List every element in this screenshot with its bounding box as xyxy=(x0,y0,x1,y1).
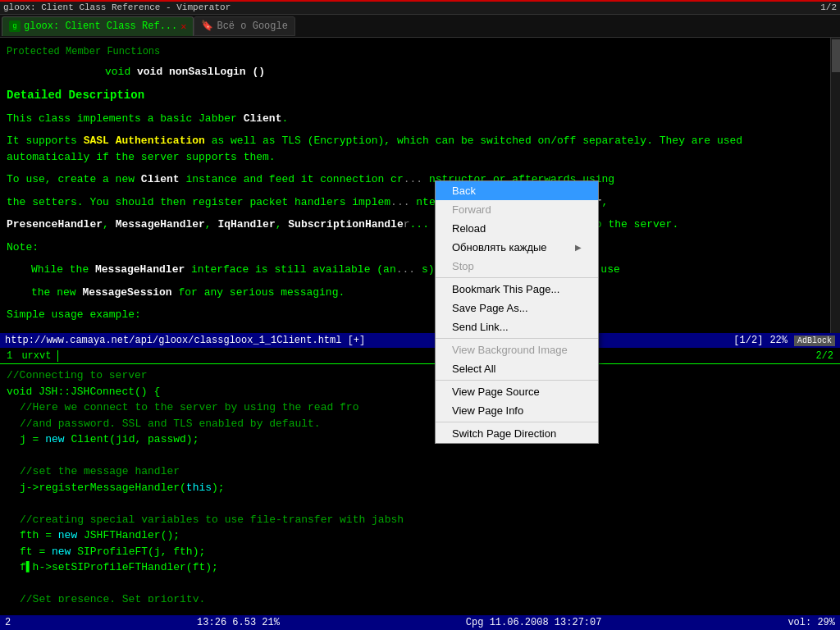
para4: the setters. You should then register pa… xyxy=(7,194,814,211)
fname: void nonSaslLogin () xyxy=(137,66,265,78)
note-line2: the new MessageSession for any serious m… xyxy=(7,285,814,301)
status-right: [1/2] 22% AdBlock xyxy=(733,335,835,346)
browser-content: Protected Member Functions void void non… xyxy=(0,38,830,333)
tab-label-1: gloox: Client Class Ref... xyxy=(24,21,177,32)
status-bar: http://www.camaya.net/api/gloox/classglo… xyxy=(0,333,840,348)
ctx-separator xyxy=(436,338,598,339)
title-bar: gloox: Client Class Reference - Vimperat… xyxy=(0,0,840,15)
term-line-3: //Here we connect to the server by using… xyxy=(7,399,833,416)
tab-favicon-2: 🔖 xyxy=(201,20,213,32)
bottom-vol: vol: 29% xyxy=(788,617,835,628)
para5: PresenceHandler, MessageHandler, IqHandl… xyxy=(7,217,814,233)
ctx-item-stop: Stop xyxy=(436,257,598,276)
note-line1: While the MessageHandler interface is st… xyxy=(7,262,814,278)
ctx-label-back: Back xyxy=(452,185,476,197)
status-position: [1/2] xyxy=(733,335,763,346)
ctx-label-stop: Stop xyxy=(452,260,474,272)
detail-desc: Detailed Description xyxy=(7,87,814,104)
tab-bar: g gloox: Client Class Ref... ✕ 🔖 Всё о G… xyxy=(0,15,840,38)
bottom-left: 2 xyxy=(5,617,11,628)
ctx-item-back[interactable]: Back xyxy=(436,181,598,200)
ctx-label-view-source: View Page Source xyxy=(452,386,540,398)
term-line-8: j->registerMessageHandler(this); xyxy=(7,480,833,496)
scrollbar[interactable] xyxy=(830,38,840,333)
bottom-cpg: Cpg 11.06.2008 13:27:07 xyxy=(466,617,602,628)
note-label: Note: xyxy=(7,240,814,256)
status-zoom: 22% xyxy=(769,335,788,346)
bottom-line-num: 2 xyxy=(5,617,11,628)
tab-close-1[interactable]: ✕ xyxy=(180,21,186,33)
term-line-10: //creating special variables to use file… xyxy=(7,512,833,528)
ctx-separator xyxy=(436,277,598,278)
ctx-label-switch-direction: Switch Page Direction xyxy=(452,427,556,440)
ctx-item-bookmark[interactable]: Bookmark This Page... xyxy=(436,280,598,299)
term-line-12: ft = new SIProfileFT(j, fth); xyxy=(7,544,833,560)
term-line-14 xyxy=(7,576,833,592)
ctx-label-view-info: View Page Info xyxy=(452,404,523,417)
bottom-time: 13:26 6.53 21% xyxy=(197,617,280,628)
terminal-tab-bar: 1 urxvt 2/2 xyxy=(0,348,840,364)
browser-pane: Protected Member Functions void void non… xyxy=(0,38,840,333)
bottom-bar: 2 13:26 6.53 21% Cpg 11.06.2008 13:27:07… xyxy=(0,615,840,630)
ctx-item-switch-direction[interactable]: Switch Page Direction xyxy=(436,424,598,443)
term-line-15: //Set presence. Set priority. xyxy=(7,591,833,602)
adblock-badge: AdBlock xyxy=(794,336,835,346)
ctx-item-reload[interactable]: Reload xyxy=(436,219,598,238)
para2: It supports SASL Authentication as well … xyxy=(7,133,814,165)
terminal-content: //Connecting to server void JSH::JSHConn… xyxy=(0,364,840,602)
protected-header: Protected Member Functions xyxy=(7,44,814,59)
term-line-11: fth = new JSHFTHandler(); xyxy=(7,527,833,544)
void-line: void void nonSaslLogin () xyxy=(7,64,814,80)
terminal-tab[interactable]: 1 urxvt xyxy=(0,350,58,362)
context-menu: BackForwardReloadОбновлять каждые▶StopBo… xyxy=(435,180,599,444)
ctx-item-save-page[interactable]: Save Page As... xyxy=(436,299,598,317)
ctx-label-bookmark: Bookmark This Page... xyxy=(452,283,559,295)
ctx-separator xyxy=(436,422,598,422)
ctx-label-reload: Reload xyxy=(452,222,486,235)
ctx-item-forward: Forward xyxy=(436,200,598,219)
ctx-label-send-link: Send Link... xyxy=(452,321,509,333)
term-line-7: //set the message handler xyxy=(7,463,833,480)
ctx-item-view-info[interactable]: View Page Info xyxy=(436,401,598,420)
term-line-4: //and password. SSL and TLS enabled by d… xyxy=(7,416,833,432)
ctx-item-select-all[interactable]: Select All xyxy=(436,359,598,378)
term-line-9 xyxy=(7,495,833,512)
para1: This class implements a basic Jabber Cli… xyxy=(7,111,814,127)
terminal-tab-counter: 2/2 xyxy=(809,350,840,362)
term-line-2: void JSH::JSHConnect() { xyxy=(7,384,833,400)
term-line-5: j = new Client(jid, passwd); xyxy=(7,431,833,448)
term-line-6 xyxy=(7,448,833,464)
term-line-13: f▌h->setSIProfileFTHandler(ft); xyxy=(7,559,833,576)
ctx-separator xyxy=(436,380,598,381)
simple-usage: Simple usage example: xyxy=(7,307,814,323)
tab-label-2: Всё о Google xyxy=(217,21,287,32)
scrollbar-thumb[interactable] xyxy=(832,39,840,72)
ctx-label-forward: Forward xyxy=(452,203,491,216)
terminal-pane: 1 urxvt 2/2 //Connecting to server void … xyxy=(0,348,840,602)
ctx-label-select-all: Select All xyxy=(452,363,495,375)
window-counter: 1/2 xyxy=(820,2,837,12)
tab-1[interactable]: g gloox: Client Class Ref... ✕ xyxy=(2,16,194,36)
ctx-label-auto-reload: Обновлять каждые xyxy=(452,241,547,253)
ctx-item-auto-reload[interactable]: Обновлять каждые▶ xyxy=(436,238,598,257)
ctx-arrow-auto-reload: ▶ xyxy=(575,243,582,252)
ctx-label-save-page: Save Page As... xyxy=(452,302,528,314)
status-url: http://www.camaya.net/api/gloox/classglo… xyxy=(5,335,365,346)
ctx-item-view-bg-image: View Background Image xyxy=(436,340,598,359)
ctx-item-view-source[interactable]: View Page Source xyxy=(436,382,598,401)
ctx-item-send-link[interactable]: Send Link... xyxy=(436,317,598,336)
ctx-label-view-bg-image: View Background Image xyxy=(452,344,568,356)
para3: To use, create a new Client instance and… xyxy=(7,171,814,188)
tab-2[interactable]: 🔖 Всё о Google xyxy=(194,16,294,36)
term-line-1: //Connecting to server xyxy=(7,368,833,384)
tab-favicon-1: g xyxy=(9,21,21,32)
